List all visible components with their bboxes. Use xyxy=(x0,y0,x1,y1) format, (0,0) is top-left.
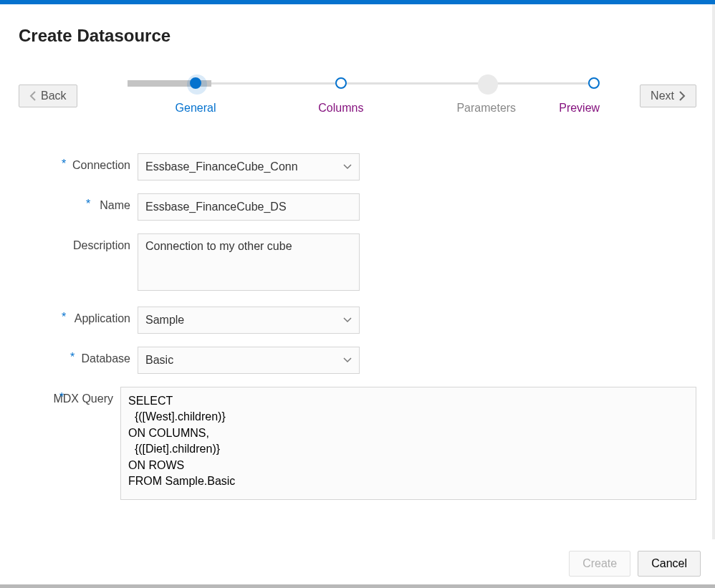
database-value: Basic xyxy=(145,354,173,367)
step-general[interactable]: General xyxy=(123,77,269,115)
caret-down-icon xyxy=(343,357,352,363)
row-database: * Database Basic xyxy=(19,347,696,374)
database-dropdown[interactable]: Basic xyxy=(138,347,360,374)
label-description: Description xyxy=(19,233,138,252)
required-mark: * xyxy=(59,391,64,404)
step-label-preview[interactable]: Preview xyxy=(559,102,600,115)
wizard-row: Back General Columns Parameters Preview xyxy=(19,77,696,115)
label-mdx: * MDX Query xyxy=(19,387,120,405)
footer-bar xyxy=(0,584,715,588)
row-mdx: * MDX Query SELECT {([West].children)} O… xyxy=(19,387,696,500)
next-label: Next xyxy=(651,90,674,102)
name-input[interactable] xyxy=(138,193,360,221)
row-connection: * Connection Essbase_FinanceCube_Conn xyxy=(19,153,696,180)
row-application: * Application Sample xyxy=(19,307,696,334)
back-button[interactable]: Back xyxy=(19,85,77,107)
application-value: Sample xyxy=(145,314,184,327)
mdx-query-input[interactable]: SELECT {([West].children)} ON COLUMNS, {… xyxy=(120,387,696,500)
page-title: Create Datasource xyxy=(19,26,696,46)
caret-down-icon xyxy=(343,164,352,170)
step-marker-parameters xyxy=(481,77,492,89)
label-name-text: Name xyxy=(100,199,130,211)
application-dropdown[interactable]: Sample xyxy=(138,307,360,334)
label-application: * Application xyxy=(19,307,138,325)
label-connection: * Connection xyxy=(19,153,138,172)
step-marker-preview xyxy=(588,77,600,89)
connection-value: Essbase_FinanceCube_Conn xyxy=(145,160,298,173)
step-marker-columns xyxy=(335,77,347,89)
top-accent-bar xyxy=(0,0,715,4)
row-name: * Name xyxy=(19,193,696,221)
chevron-left-icon xyxy=(29,91,37,101)
required-mark: * xyxy=(86,198,90,211)
label-description-text: Description xyxy=(73,239,130,251)
right-edge-shadow xyxy=(712,4,715,584)
step-label-parameters: Parameters xyxy=(413,102,559,115)
caret-down-icon xyxy=(343,317,352,323)
label-application-text: Application xyxy=(75,312,130,324)
back-label: Back xyxy=(41,90,67,102)
required-mark: * xyxy=(70,351,75,364)
wizard-train: General Columns Parameters Preview xyxy=(123,77,600,115)
description-input[interactable]: Connection to my other cube xyxy=(138,233,360,291)
footer: Create Cancel xyxy=(0,539,715,588)
step-marker-general xyxy=(190,77,201,89)
next-button[interactable]: Next xyxy=(640,85,696,107)
step-preview[interactable]: Preview xyxy=(559,77,600,115)
step-label-general: General xyxy=(123,102,269,115)
create-button: Create xyxy=(569,551,630,577)
label-database-text: Database xyxy=(82,352,131,365)
step-columns[interactable]: Columns xyxy=(268,77,413,115)
cancel-button[interactable]: Cancel xyxy=(638,551,701,577)
chevron-right-icon xyxy=(678,91,686,101)
step-parameters: Parameters xyxy=(413,77,559,115)
label-connection-text: Connection xyxy=(72,159,130,171)
required-mark: * xyxy=(62,311,66,324)
row-description: Description Connection to my other cube xyxy=(19,233,696,294)
label-name: * Name xyxy=(19,193,138,212)
required-mark: * xyxy=(62,158,66,170)
label-database: * Database xyxy=(19,347,138,365)
connection-dropdown[interactable]: Essbase_FinanceCube_Conn xyxy=(138,153,360,180)
step-label-columns[interactable]: Columns xyxy=(268,102,413,115)
form-area: * Connection Essbase_FinanceCube_Conn * … xyxy=(19,153,696,500)
